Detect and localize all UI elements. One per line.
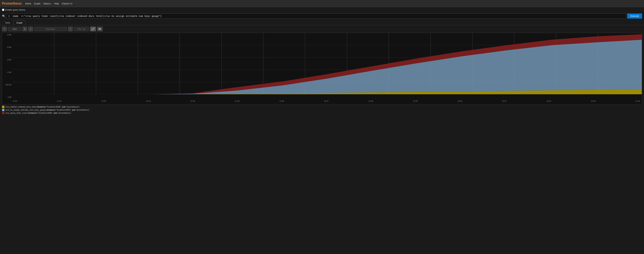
x-label-9: 12:39 xyxy=(413,100,418,102)
y-label-4: 500.00 xyxy=(6,84,12,86)
line-chart-icon xyxy=(92,28,94,30)
legend-item-0: crux_indexer_indexed_docs_total {instanc… xyxy=(2,106,642,108)
chart-svg-wrapper xyxy=(12,33,642,99)
legend-text-0: crux_indexer_indexed_docs_total {instanc… xyxy=(6,106,80,108)
legend-item-2: crux_query_timer_count {instance="localh… xyxy=(2,112,642,114)
x-label-4: 12:34 xyxy=(190,100,195,102)
stacked-chart-button[interactable] xyxy=(97,27,103,31)
resolution-input[interactable] xyxy=(74,27,89,31)
query-bar: 🔍 Execute xyxy=(0,13,644,20)
tabs-row: Table Graph Load time: 57ms Resolution: … xyxy=(0,20,644,25)
alerts-link[interactable]: Alerts xyxy=(25,2,31,5)
legend-item-1: crux_kv_assign_estimate_num_keys_gauge {… xyxy=(2,109,642,111)
nav-brand[interactable]: Prometheus xyxy=(2,2,22,6)
line-chart-button[interactable] xyxy=(90,27,96,31)
end-time-input[interactable] xyxy=(34,27,67,31)
search-icon: 🔍 xyxy=(2,15,6,18)
next-time-button[interactable]: › xyxy=(68,27,73,31)
y-axis: 2.50k 2.00k 1.50k 1.00k 500.00 0.00 xyxy=(2,33,12,99)
tab-table[interactable]: Table xyxy=(2,20,13,25)
x-label-12: 12:42 xyxy=(546,100,551,102)
x-axis: 12:30 12:31 12:32 12:33 12:34 12:35 12:3… xyxy=(12,99,642,103)
legend: crux_indexer_indexed_docs_total {instanc… xyxy=(0,104,644,115)
time-range-display: 15m xyxy=(8,27,22,31)
series-blue xyxy=(12,40,642,94)
legend-text-1: crux_kv_assign_estimate_num_keys_gauge {… xyxy=(6,109,89,111)
legend-text-2: crux_query_timer_count {instance="localh… xyxy=(6,112,71,114)
x-label-10: 12:40 xyxy=(458,100,462,102)
x-label-1: 12:31 xyxy=(57,100,62,102)
enable-query-history-label[interactable]: Enable query history xyxy=(2,9,25,11)
y-label-0: 2.50k xyxy=(7,34,12,36)
x-label-5: 12:35 xyxy=(235,100,240,102)
x-label-14: 12:44 xyxy=(635,100,640,102)
tab-graph[interactable]: Graph xyxy=(14,20,25,25)
status-dropdown-btn[interactable]: Status xyxy=(43,2,51,5)
y-label-2: 1.50k xyxy=(7,59,12,61)
y-label-5: 0.00 xyxy=(8,96,12,98)
x-label-3: 12:33 xyxy=(146,100,151,102)
y-label-3: 1.00k xyxy=(7,71,12,73)
graph-controls: − 15m + ‹ › xyxy=(0,25,644,33)
chart-svg xyxy=(12,33,642,94)
query-input[interactable] xyxy=(6,14,626,19)
enable-query-history-checkbox[interactable] xyxy=(2,9,4,11)
status-dropdown[interactable]: Status xyxy=(43,2,54,5)
help-link[interactable]: Help xyxy=(54,2,59,5)
legend-color-0 xyxy=(2,106,4,108)
svg-rect-1 xyxy=(98,28,101,29)
x-label-6: 12:36 xyxy=(280,100,284,102)
tabs: Table Graph xyxy=(0,20,644,25)
legend-color-2 xyxy=(2,112,4,114)
x-label-7: 12:37 xyxy=(324,100,329,102)
classic-ui-link[interactable]: Classic UI xyxy=(62,2,72,5)
chart-container: 2.50k 2.00k 1.50k 1.00k 500.00 0.00 xyxy=(2,33,642,104)
x-label-13: 12:43 xyxy=(591,100,596,102)
time-range-plus-button[interactable]: + xyxy=(22,27,27,31)
navbar: Prometheus Alerts Graph Status Help Clas… xyxy=(0,0,644,7)
execute-button[interactable]: Execute xyxy=(627,14,642,19)
stacked-chart-icon xyxy=(98,28,101,30)
x-label-0: 12:30 xyxy=(12,100,17,102)
y-label-1: 2.00k xyxy=(7,46,12,48)
prev-time-button[interactable]: ‹ xyxy=(28,27,33,31)
graph-link[interactable]: Graph xyxy=(34,2,40,5)
svg-rect-0 xyxy=(98,29,101,30)
x-label-8: 12:38 xyxy=(368,100,373,102)
time-range-minus-button[interactable]: − xyxy=(2,27,7,31)
x-label-11: 12:41 xyxy=(502,100,506,102)
toolbar: Enable query history xyxy=(0,7,644,13)
legend-color-1 xyxy=(2,109,4,111)
x-label-2: 12:32 xyxy=(101,100,106,102)
